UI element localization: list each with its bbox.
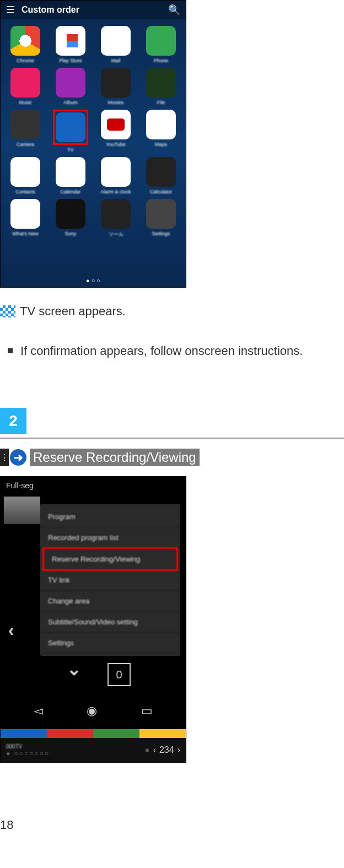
chevron-down-icon: ⌄: [67, 659, 82, 680]
tv-icon: [56, 112, 85, 142]
app-label: Settings: [152, 231, 170, 236]
app-label: Sony: [65, 231, 77, 236]
result-text: TV screen appears.: [20, 304, 126, 319]
back-icon: ◅: [34, 704, 43, 718]
app-label: Calculator: [150, 189, 173, 195]
signal-indicator: 000TV ● ○○○○○○○: [6, 743, 50, 757]
channel-prev-icon: ‹: [153, 745, 156, 755]
app-grid: ChromePlay StoreMailPhoneMusicAlbumMovie…: [1, 19, 186, 245]
app-label: Mail: [111, 58, 121, 63]
green-button: [93, 729, 139, 738]
settings-icon: [146, 199, 176, 229]
menu-item-program: Program: [40, 506, 180, 527]
bullet-icon: [8, 348, 13, 353]
tv-mode-label: Full-seg: [1, 477, 186, 494]
mail-icon: [101, 26, 131, 56]
app-label: Phone: [154, 58, 168, 63]
home-icon: ◉: [87, 704, 97, 718]
step-2-action: ⋮ ➜ Reserve Recording/Viewing: [0, 449, 344, 466]
app-label: YouTube: [106, 142, 125, 147]
camera-icon: [10, 110, 40, 139]
app--: ツール: [95, 199, 136, 238]
contacts-icon: [10, 157, 40, 187]
movies-icon: [101, 68, 131, 98]
app-label: Play Store: [59, 58, 82, 63]
play-store-icon: [56, 26, 85, 56]
channel-control: ● ‹ 234 ›: [144, 745, 180, 755]
app-label: Music: [19, 100, 32, 105]
chrome-icon: [10, 26, 40, 56]
app-camera: Camera: [5, 110, 46, 153]
app-label: Calendar: [61, 189, 81, 195]
step-number: 2: [9, 412, 18, 430]
--icon: [101, 199, 131, 229]
app-label: Contacts: [15, 189, 35, 195]
android-home-screenshot: ☰ Custom order 🔍 ChromePlay StoreMailPho…: [0, 0, 186, 288]
tv-menu-screenshot: Full-seg ProgramRecorded program listRes…: [0, 476, 186, 763]
app-chrome: Chrome: [5, 26, 46, 63]
app-label: What's New: [12, 231, 39, 236]
channel-number: 234: [159, 745, 174, 755]
action-label: Reserve Recording/Viewing: [30, 449, 200, 466]
app-tv: TV: [50, 110, 91, 153]
app-contacts: Contacts: [5, 157, 46, 195]
blue-button: [1, 729, 47, 738]
app-label: ツール: [109, 231, 123, 238]
app-label: Maps: [155, 142, 167, 147]
app-label: File: [157, 100, 165, 105]
arrow-right-icon: ➜: [10, 449, 26, 466]
app-settings: Settings: [141, 199, 181, 238]
app-phone: Phone: [141, 26, 181, 63]
menu-item-recorded-program-list: Recorded program list: [40, 527, 180, 548]
volume-indicator: 0: [108, 663, 131, 686]
album-icon: [56, 68, 85, 98]
hamburger-icon: ☰: [6, 4, 15, 16]
result-row: TV screen appears.: [0, 304, 344, 319]
tv-preview-thumbnail: [4, 497, 40, 524]
menu-item-settings: Settings: [40, 633, 180, 654]
alarm-clock-icon: [101, 157, 131, 187]
flag-icon: [0, 305, 15, 317]
bullet-text: If confirmation appears, follow onscreen…: [20, 344, 303, 358]
phone-icon: [146, 26, 176, 56]
app-bar: ☰ Custom order 🔍: [1, 1, 186, 19]
red-button: [47, 729, 93, 738]
menu-item-subtitle-sound-video-setting: Subtitle/Sound/Video setting: [40, 612, 180, 633]
page-indicator: ● ○ ○: [1, 277, 186, 284]
app-play-store: Play Store: [50, 26, 91, 63]
search-icon: 🔍: [168, 4, 180, 16]
app-alarm-clock: Alarm & clock: [95, 157, 136, 195]
app-youtube: YouTube: [95, 110, 136, 153]
recent-icon: ▭: [141, 704, 153, 718]
app-label: TV: [67, 147, 74, 153]
rec-icon: ●: [144, 745, 150, 755]
page-number: 18: [0, 818, 344, 832]
bullet-row: If confirmation appears, follow onscreen…: [8, 344, 344, 358]
color-button-bar: [1, 729, 186, 738]
what-s-new-icon: [10, 199, 40, 229]
calendar-icon: [56, 157, 85, 187]
app-file: File: [141, 68, 181, 105]
chevron-left-icon: ‹: [8, 620, 14, 640]
app-sony: Sony: [50, 199, 91, 238]
app-calculator: Calculator: [141, 157, 181, 195]
android-nav-bar: ◅ ◉ ▭: [1, 699, 186, 723]
tv-menu-panel: ProgramRecorded program listReserve Reco…: [40, 504, 180, 656]
menu-item-tv-link: TV link: [40, 570, 180, 591]
file-icon: [146, 68, 176, 98]
youtube-icon: [101, 110, 131, 139]
tv-bottom-bar: 000TV ● ○○○○○○○ ● ‹ 234 ›: [1, 738, 186, 762]
app-label: Chrome: [17, 58, 34, 63]
calculator-icon: [146, 157, 176, 187]
app-calendar: Calendar: [50, 157, 91, 195]
app-what-s-new: What's New: [5, 199, 46, 238]
app-movies: Movies: [95, 68, 136, 105]
screen-title: Custom order: [22, 5, 168, 15]
app-maps: Maps: [141, 110, 181, 153]
app-label: Alarm & clock: [100, 189, 131, 195]
app-label: Camera: [17, 142, 34, 147]
app-album: Album: [50, 68, 91, 105]
app-label: Movies: [108, 100, 124, 105]
step-2-marker: 2: [0, 408, 26, 434]
music-icon: [10, 68, 40, 98]
